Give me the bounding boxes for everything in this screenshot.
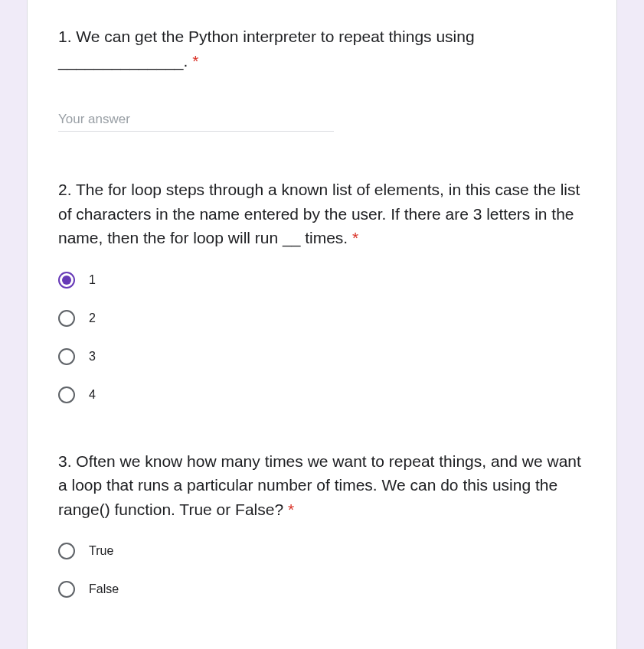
question-2-option-4[interactable]: 4 [58,386,586,403]
question-2-option-3[interactable]: 3 [58,348,586,365]
required-asterisk: * [352,229,358,246]
option-label: 1 [89,273,96,287]
question-3-text: 3. Often we know how many times we want … [58,452,581,518]
required-asterisk: * [192,52,198,70]
question-2-text: 2. The for loop steps through a known li… [58,181,580,246]
required-asterisk: * [288,501,294,518]
question-2-title: 2. The for loop steps through a known li… [58,178,586,250]
radio-icon [58,310,75,327]
question-3: 3. Often we know how many times we want … [58,449,586,598]
question-2-options: 1 2 3 4 [58,272,586,403]
question-1-text: 1. We can get the Python interpreter to … [58,28,475,70]
form-card: 1. We can get the Python interpreter to … [27,0,617,649]
option-label: 3 [89,350,96,364]
radio-icon [58,272,75,289]
option-label: True [89,544,113,558]
question-1-title: 1. We can get the Python interpreter to … [58,24,586,73]
question-2-option-1[interactable]: 1 [58,272,586,289]
question-3-option-true[interactable]: True [58,543,586,559]
radio-icon [58,543,75,559]
question-2: 2. The for loop steps through a known li… [58,178,586,403]
question-3-option-false[interactable]: False [58,581,586,598]
question-3-title: 3. Often we know how many times we want … [58,449,586,522]
question-3-options: True False [58,543,586,598]
option-label: 2 [89,311,96,325]
radio-icon [58,386,75,403]
option-label: False [89,582,119,596]
question-2-option-2[interactable]: 2 [58,310,586,327]
radio-icon [58,348,75,365]
question-1-input[interactable] [58,106,334,132]
radio-icon [58,581,75,598]
option-label: 4 [89,388,96,402]
question-1: 1. We can get the Python interpreter to … [58,24,586,132]
